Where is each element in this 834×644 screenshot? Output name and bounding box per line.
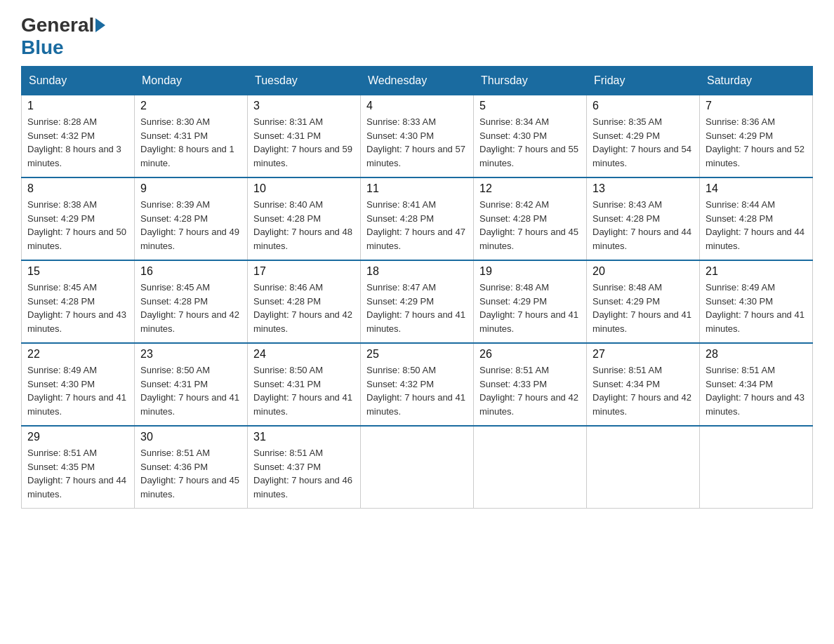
day-number: 26 [479, 348, 581, 361]
day-number: 22 [27, 348, 128, 361]
calendar-week-row: 1 Sunrise: 8:28 AMSunset: 4:32 PMDayligh… [22, 95, 813, 177]
day-number: 3 [253, 100, 355, 112]
calendar-week-row: 29 Sunrise: 8:51 AMSunset: 4:35 PMDaylig… [22, 426, 813, 509]
calendar-cell: 1 Sunrise: 8:28 AMSunset: 4:32 PMDayligh… [22, 95, 135, 177]
calendar-cell: 27 Sunrise: 8:51 AMSunset: 4:34 PMDaylig… [587, 343, 700, 426]
logo-arrow-icon [95, 18, 105, 32]
day-number: 17 [253, 265, 355, 278]
day-number: 14 [706, 182, 807, 195]
day-number: 8 [27, 182, 128, 195]
calendar-cell: 11 Sunrise: 8:41 AMSunset: 4:28 PMDaylig… [361, 177, 474, 260]
day-number: 2 [140, 100, 241, 112]
day-info: Sunrise: 8:41 AMSunset: 4:28 PMDaylight:… [366, 199, 465, 251]
weekday-header-row: SundayMondayTuesdayWednesdayThursdayFrid… [22, 67, 813, 95]
day-info: Sunrise: 8:44 AMSunset: 4:28 PMDaylight:… [706, 199, 805, 251]
calendar-cell [700, 426, 813, 509]
weekday-header-tuesday: Tuesday [248, 67, 361, 95]
day-number: 29 [27, 431, 128, 443]
day-number: 1 [27, 100, 128, 112]
day-number: 16 [140, 265, 241, 278]
logo-blue-text: Blue [21, 36, 64, 59]
page-header: General Blue [21, 14, 813, 59]
day-info: Sunrise: 8:30 AMSunset: 4:31 PMDaylight:… [140, 116, 234, 168]
day-number: 30 [140, 431, 241, 443]
calendar-week-row: 22 Sunrise: 8:49 AMSunset: 4:30 PMDaylig… [22, 343, 813, 426]
day-info: Sunrise: 8:51 AMSunset: 4:35 PMDaylight:… [27, 448, 126, 499]
calendar-cell: 6 Sunrise: 8:35 AMSunset: 4:29 PMDayligh… [587, 95, 700, 177]
day-info: Sunrise: 8:50 AMSunset: 4:31 PMDaylight:… [140, 365, 239, 417]
weekday-header-sunday: Sunday [22, 67, 135, 95]
calendar-cell: 29 Sunrise: 8:51 AMSunset: 4:35 PMDaylig… [22, 426, 135, 509]
calendar-week-row: 8 Sunrise: 8:38 AMSunset: 4:29 PMDayligh… [22, 177, 813, 260]
calendar-cell: 10 Sunrise: 8:40 AMSunset: 4:28 PMDaylig… [248, 177, 361, 260]
day-info: Sunrise: 8:50 AMSunset: 4:32 PMDaylight:… [366, 365, 465, 417]
logo-general-text: General [21, 14, 94, 36]
calendar-cell: 3 Sunrise: 8:31 AMSunset: 4:31 PMDayligh… [248, 95, 361, 177]
calendar-cell [361, 426, 474, 509]
day-number: 13 [593, 182, 694, 195]
day-number: 24 [253, 348, 355, 361]
calendar-cell [587, 426, 700, 509]
day-info: Sunrise: 8:51 AMSunset: 4:34 PMDaylight:… [706, 365, 805, 417]
day-number: 28 [706, 348, 807, 361]
calendar-cell: 7 Sunrise: 8:36 AMSunset: 4:29 PMDayligh… [700, 95, 813, 177]
day-number: 15 [27, 265, 128, 278]
day-info: Sunrise: 8:43 AMSunset: 4:28 PMDaylight:… [593, 199, 691, 251]
day-info: Sunrise: 8:42 AMSunset: 4:28 PMDaylight:… [479, 199, 578, 251]
calendar-cell: 12 Sunrise: 8:42 AMSunset: 4:28 PMDaylig… [474, 177, 587, 260]
day-info: Sunrise: 8:31 AMSunset: 4:31 PMDaylight:… [253, 116, 352, 168]
calendar-cell: 21 Sunrise: 8:49 AMSunset: 4:30 PMDaylig… [700, 260, 813, 343]
day-info: Sunrise: 8:46 AMSunset: 4:28 PMDaylight:… [253, 282, 352, 334]
calendar-cell: 18 Sunrise: 8:47 AMSunset: 4:29 PMDaylig… [361, 260, 474, 343]
day-info: Sunrise: 8:48 AMSunset: 4:29 PMDaylight:… [479, 282, 578, 334]
day-info: Sunrise: 8:40 AMSunset: 4:28 PMDaylight:… [253, 199, 352, 251]
weekday-header-saturday: Saturday [700, 67, 813, 95]
weekday-header-monday: Monday [135, 67, 248, 95]
day-number: 4 [366, 100, 468, 112]
calendar-cell: 31 Sunrise: 8:51 AMSunset: 4:37 PMDaylig… [248, 426, 361, 509]
calendar-cell: 14 Sunrise: 8:44 AMSunset: 4:28 PMDaylig… [700, 177, 813, 260]
day-number: 23 [140, 348, 241, 361]
calendar-cell: 15 Sunrise: 8:45 AMSunset: 4:28 PMDaylig… [22, 260, 135, 343]
weekday-header-friday: Friday [587, 67, 700, 95]
weekday-header-thursday: Thursday [474, 67, 587, 95]
calendar-cell: 2 Sunrise: 8:30 AMSunset: 4:31 PMDayligh… [135, 95, 248, 177]
day-number: 10 [253, 182, 355, 195]
calendar-cell: 30 Sunrise: 8:51 AMSunset: 4:36 PMDaylig… [135, 426, 248, 509]
day-number: 6 [593, 100, 694, 112]
calendar-cell: 20 Sunrise: 8:48 AMSunset: 4:29 PMDaylig… [587, 260, 700, 343]
day-info: Sunrise: 8:50 AMSunset: 4:31 PMDaylight:… [253, 365, 352, 417]
day-info: Sunrise: 8:47 AMSunset: 4:29 PMDaylight:… [366, 282, 465, 334]
day-info: Sunrise: 8:38 AMSunset: 4:29 PMDaylight:… [27, 199, 126, 251]
day-info: Sunrise: 8:36 AMSunset: 4:29 PMDaylight:… [706, 116, 805, 168]
day-number: 7 [706, 100, 807, 112]
day-number: 21 [706, 265, 807, 278]
calendar-cell: 17 Sunrise: 8:46 AMSunset: 4:28 PMDaylig… [248, 260, 361, 343]
calendar-week-row: 15 Sunrise: 8:45 AMSunset: 4:28 PMDaylig… [22, 260, 813, 343]
calendar-cell: 25 Sunrise: 8:50 AMSunset: 4:32 PMDaylig… [361, 343, 474, 426]
calendar-cell: 13 Sunrise: 8:43 AMSunset: 4:28 PMDaylig… [587, 177, 700, 260]
day-info: Sunrise: 8:33 AMSunset: 4:30 PMDaylight:… [366, 116, 465, 168]
day-info: Sunrise: 8:51 AMSunset: 4:37 PMDaylight:… [253, 448, 352, 499]
day-info: Sunrise: 8:49 AMSunset: 4:30 PMDaylight:… [706, 282, 805, 334]
calendar-cell: 22 Sunrise: 8:49 AMSunset: 4:30 PMDaylig… [22, 343, 135, 426]
day-number: 5 [479, 100, 581, 112]
day-info: Sunrise: 8:48 AMSunset: 4:29 PMDaylight:… [593, 282, 691, 334]
day-info: Sunrise: 8:39 AMSunset: 4:28 PMDaylight:… [140, 199, 239, 251]
calendar-cell: 8 Sunrise: 8:38 AMSunset: 4:29 PMDayligh… [22, 177, 135, 260]
day-info: Sunrise: 8:45 AMSunset: 4:28 PMDaylight:… [27, 282, 126, 334]
day-number: 11 [366, 182, 468, 195]
day-info: Sunrise: 8:35 AMSunset: 4:29 PMDaylight:… [593, 116, 691, 168]
calendar-cell: 16 Sunrise: 8:45 AMSunset: 4:28 PMDaylig… [135, 260, 248, 343]
day-info: Sunrise: 8:28 AMSunset: 4:32 PMDaylight:… [27, 116, 121, 168]
calendar-cell: 5 Sunrise: 8:34 AMSunset: 4:30 PMDayligh… [474, 95, 587, 177]
calendar-cell: 28 Sunrise: 8:51 AMSunset: 4:34 PMDaylig… [700, 343, 813, 426]
day-info: Sunrise: 8:51 AMSunset: 4:34 PMDaylight:… [593, 365, 691, 417]
logo: General Blue [21, 14, 107, 59]
calendar-table: SundayMondayTuesdayWednesdayThursdayFrid… [21, 66, 813, 509]
calendar-cell: 9 Sunrise: 8:39 AMSunset: 4:28 PMDayligh… [135, 177, 248, 260]
calendar-cell: 26 Sunrise: 8:51 AMSunset: 4:33 PMDaylig… [474, 343, 587, 426]
calendar-cell: 23 Sunrise: 8:50 AMSunset: 4:31 PMDaylig… [135, 343, 248, 426]
day-info: Sunrise: 8:45 AMSunset: 4:28 PMDaylight:… [140, 282, 239, 334]
day-number: 27 [593, 348, 694, 361]
